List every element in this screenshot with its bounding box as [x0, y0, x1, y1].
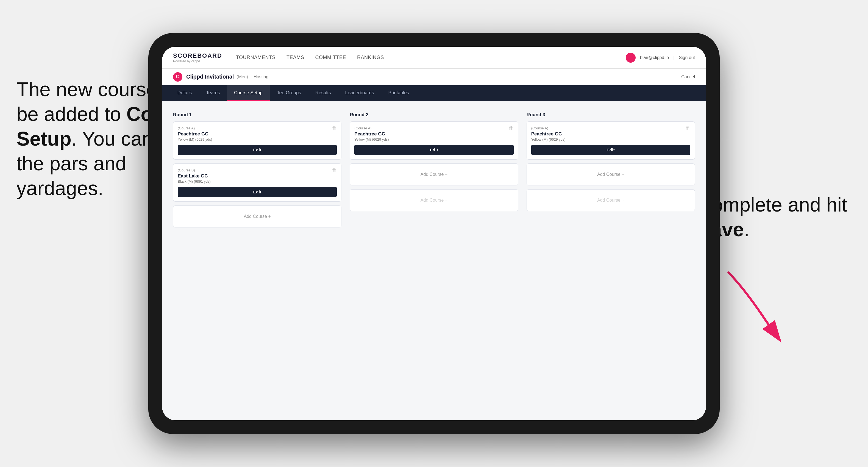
round-3-add-course-button-2: Add Course +: [527, 189, 695, 211]
top-nav: SCOREBOARD Powered by clippd TOURNAMENTS…: [162, 47, 706, 69]
round-1-add-course-button[interactable]: Add Course +: [173, 206, 341, 227]
round-3-add-course-button[interactable]: Add Course +: [527, 163, 695, 185]
tournament-type: (Men): [237, 74, 248, 80]
nav-committee[interactable]: COMMITTEE: [315, 54, 346, 62]
round-1-course-a-tag: (Course A): [178, 126, 337, 130]
sign-out-link[interactable]: Sign out: [679, 55, 695, 60]
tournament-hosting: Hosting: [253, 74, 268, 80]
tournament-logo: C: [173, 72, 182, 82]
round-1-label: Round 1: [173, 112, 341, 118]
round-2-add-course-button[interactable]: Add Course +: [350, 163, 518, 185]
round-1-course-b-edit-button[interactable]: Edit: [178, 187, 337, 197]
user-area: blair@clippd.io | Sign out: [626, 53, 695, 63]
round-2-course-a-card: 🗑 (Course A) Peachtree GC Yellow (M) (66…: [350, 121, 518, 160]
tab-bar: Details Teams Course Setup Tee Groups Re…: [162, 85, 706, 101]
tab-details[interactable]: Details: [170, 85, 199, 101]
brand: SCOREBOARD Powered by clippd: [173, 52, 222, 63]
round-3-add-course-text: Add Course +: [597, 172, 624, 177]
round-2-course-a-edit-button[interactable]: Edit: [354, 145, 514, 155]
round-2-course-a-name: Peachtree GC: [354, 131, 514, 137]
tab-leaderboards[interactable]: Leaderboards: [338, 85, 381, 101]
round-2-label: Round 2: [350, 112, 518, 118]
tab-course-setup[interactable]: Course Setup: [227, 85, 270, 101]
cancel-button[interactable]: Cancel: [681, 74, 695, 80]
round-1-course-b-tag: (Course B): [178, 168, 337, 172]
round-1-course-a-delete-icon[interactable]: 🗑: [331, 125, 337, 131]
tablet-shell: SCOREBOARD Powered by clippd TOURNAMENTS…: [148, 33, 720, 434]
round-1-course-a-detail: Yellow (M) (6629 yds): [178, 137, 337, 142]
round-3-course-a-tag: (Course A): [531, 126, 690, 130]
round-2-column: Round 2 🗑 (Course A) Peachtree GC Yellow…: [350, 112, 518, 231]
round-2-course-a-detail: Yellow (M) (6629 yds): [354, 137, 514, 142]
round-3-column: Round 3 🗑 (Course A) Peachtree GC Yellow…: [527, 112, 695, 231]
round-3-course-a-detail: Yellow (M) (6629 yds): [531, 137, 690, 142]
round-3-add-course-text-2: Add Course +: [597, 198, 624, 203]
tab-teams[interactable]: Teams: [199, 85, 227, 101]
nav-links: TOURNAMENTS TEAMS COMMITTEE RANKINGS: [236, 54, 626, 62]
round-2-course-a-delete-icon[interactable]: 🗑: [508, 125, 514, 131]
round-1-course-b-detail: Black (M) (6891 yds): [178, 179, 337, 184]
round-3-course-a-name: Peachtree GC: [531, 131, 690, 137]
tab-results[interactable]: Results: [308, 85, 338, 101]
brand-sub: Powered by clippd: [173, 59, 222, 63]
round-2-add-course-text: Add Course +: [421, 172, 447, 177]
round-3-course-a-edit-button[interactable]: Edit: [531, 145, 690, 155]
tab-printables[interactable]: Printables: [381, 85, 416, 101]
round-1-course-b-delete-icon[interactable]: 🗑: [331, 167, 337, 173]
right-annotation: Complete and hit Save.: [698, 192, 851, 242]
round-1-course-a-card: 🗑 (Course A) Peachtree GC Yellow (M) (66…: [173, 121, 341, 160]
round-2-course-a-tag: (Course A): [354, 126, 514, 130]
round-3-label: Round 3: [527, 112, 695, 118]
rounds-grid: Round 1 🗑 (Course A) Peachtree GC Yellow…: [173, 112, 695, 231]
round-1-course-b-name: East Lake GC: [178, 173, 337, 179]
round-2-add-course-text-2: Add Course +: [421, 198, 447, 203]
round-1-course-b-card: 🗑 (Course B) East Lake GC Black (M) (689…: [173, 163, 341, 201]
nav-tournaments[interactable]: TOURNAMENTS: [236, 54, 276, 62]
brand-name: SCOREBOARD: [173, 52, 222, 59]
round-3-course-a-card: 🗑 (Course A) Peachtree GC Yellow (M) (66…: [527, 121, 695, 160]
tournament-bar: C Clippd Invitational (Men) Hosting Canc…: [162, 69, 706, 85]
round-2-add-course-button-2: Add Course +: [350, 189, 518, 211]
tablet-screen: SCOREBOARD Powered by clippd TOURNAMENTS…: [162, 47, 706, 420]
nav-teams[interactable]: TEAMS: [286, 54, 304, 62]
nav-rankings[interactable]: RANKINGS: [357, 54, 384, 62]
round-3-course-a-delete-icon[interactable]: 🗑: [685, 125, 691, 131]
round-1-add-course-text: Add Course +: [244, 214, 271, 219]
round-1-course-a-edit-button[interactable]: Edit: [178, 145, 337, 155]
user-avatar: [626, 53, 636, 63]
tab-tee-groups[interactable]: Tee Groups: [270, 85, 308, 101]
tournament-name: Clippd Invitational: [186, 73, 234, 80]
round-1-course-a-name: Peachtree GC: [178, 131, 337, 137]
user-email: blair@clippd.io: [640, 55, 669, 60]
round-1-column: Round 1 🗑 (Course A) Peachtree GC Yellow…: [173, 112, 341, 231]
main-content: Round 1 🗑 (Course A) Peachtree GC Yellow…: [162, 101, 706, 420]
